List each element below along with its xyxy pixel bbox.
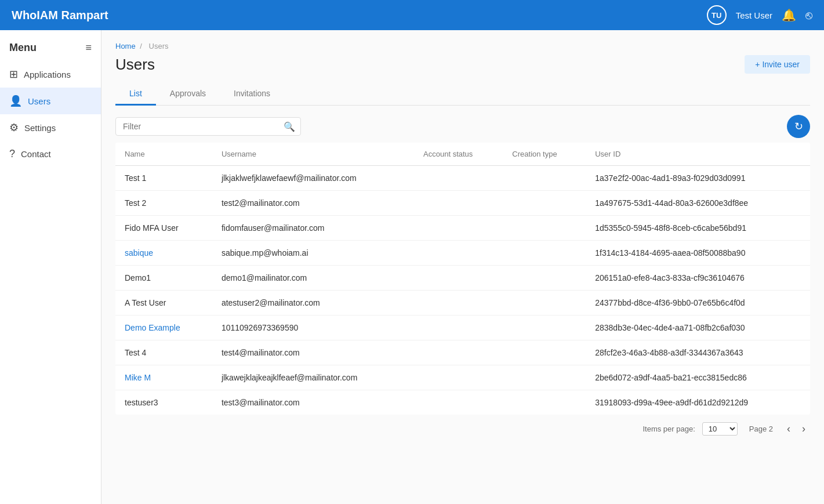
refresh-button[interactable]: ↻	[787, 115, 810, 138]
cell-account-status	[414, 390, 503, 415]
grid-icon: ⊞	[9, 68, 18, 81]
sidebar-item-users-label: Users	[28, 96, 50, 106]
user-name: Test 2	[125, 198, 146, 208]
table-row[interactable]: A Test User atestuser2@mailinator.com 24…	[115, 291, 810, 316]
cell-creation-type	[503, 216, 586, 241]
cell-name[interactable]: Test 1	[115, 166, 212, 191]
sidebar-item-settings-label: Settings	[24, 123, 56, 133]
sidebar-item-users[interactable]: 👤 Users	[0, 88, 101, 114]
cell-user-id: 31918093-d99a-49ee-a9df-d61d2d9212d9	[586, 390, 810, 415]
table-row[interactable]: sabique sabique.mp@whoiam.ai 1f314c13-41…	[115, 241, 810, 266]
table-row[interactable]: Test 1 jlkjaklwefjklawefaewf@mailinator.…	[115, 166, 810, 191]
menu-toggle-icon[interactable]: ≡	[85, 42, 92, 54]
cell-account-status	[414, 166, 503, 191]
items-per-page-select[interactable]: 10 25 50	[702, 422, 738, 436]
cell-account-status	[414, 291, 503, 316]
table-row[interactable]: Fido MFA User fidomfauser@mailinator.com…	[115, 216, 810, 241]
col-user-id: User ID	[586, 143, 810, 166]
items-per-page-label: Items per page:	[642, 425, 695, 433]
tab-invitations[interactable]: Invitations	[220, 83, 284, 106]
breadcrumb-current: Users	[149, 42, 169, 50]
cell-username: test4@mailinator.com	[212, 340, 414, 365]
user-name: A Test User	[125, 298, 166, 307]
breadcrumb-home[interactable]: Home	[115, 42, 136, 50]
search-icon: 🔍	[284, 121, 295, 132]
cell-name[interactable]: Mike M	[115, 365, 212, 390]
cell-username: test3@mailinator.com	[212, 390, 414, 415]
table-row[interactable]: Test 4 test4@mailinator.com 28fcf2e3-46a…	[115, 340, 810, 365]
cell-creation-type	[503, 365, 586, 390]
cell-creation-type	[503, 340, 586, 365]
logout-icon[interactable]: ⎋	[805, 9, 812, 22]
cell-username: 10110926973369590	[212, 316, 414, 340]
tab-list[interactable]: List	[115, 83, 156, 106]
cell-username: fidomfauser@mailinator.com	[212, 216, 414, 241]
cell-account-status	[414, 365, 503, 390]
cell-account-status	[414, 191, 503, 216]
layout: Menu ≡ ⊞ Applications 👤 Users ⚙ Settings…	[0, 30, 824, 504]
table-row[interactable]: Demo1 demo1@mailinator.com 206151a0-efe8…	[115, 266, 810, 291]
sidebar-item-applications[interactable]: ⊞ Applications	[0, 61, 101, 88]
user-name-link[interactable]: Mike M	[125, 373, 151, 382]
table-row[interactable]: testuser3 test3@mailinator.com 31918093-…	[115, 390, 810, 415]
filter-input-wrap: 🔍	[115, 117, 301, 136]
cell-creation-type	[503, 266, 586, 291]
contact-icon: ?	[9, 148, 15, 160]
cell-name[interactable]: Test 2	[115, 191, 212, 216]
table-row[interactable]: Demo Example 10110926973369590 2838db3e-…	[115, 316, 810, 340]
sidebar-item-contact[interactable]: ? Contact	[0, 141, 101, 167]
tab-approvals[interactable]: Approvals	[156, 83, 220, 106]
cell-name[interactable]: Demo1	[115, 266, 212, 291]
cell-user-id: 1f314c13-4184-4695-aaea-08f50088ba90	[586, 241, 810, 266]
page-title: Users	[115, 56, 155, 74]
cell-username: demo1@mailinator.com	[212, 266, 414, 291]
cell-account-status	[414, 216, 503, 241]
users-icon: 👤	[9, 95, 22, 107]
topnav-right: TU Test User 🔔 ⎋	[707, 5, 812, 25]
cell-user-id: 1a497675-53d1-44ad-80a3-62600e3df8ee	[586, 191, 810, 216]
user-name-link[interactable]: sabique	[125, 248, 153, 258]
cell-name[interactable]: A Test User	[115, 291, 212, 316]
cell-name[interactable]: sabique	[115, 241, 212, 266]
cell-account-status	[414, 241, 503, 266]
cell-creation-type	[503, 191, 586, 216]
settings-icon: ⚙	[9, 121, 19, 134]
cell-user-id: 2838db3e-04ec-4de4-aa71-08fb2c6af030	[586, 316, 810, 340]
filter-input[interactable]	[115, 117, 301, 136]
cell-name[interactable]: Test 4	[115, 340, 212, 365]
top-nav: WhoIAM Rampart TU Test User 🔔 ⎋	[0, 0, 824, 30]
cell-user-id: 1d5355c0-5945-48f8-8ceb-c6cabe56bd91	[586, 216, 810, 241]
cell-username: jlkjaklwefjklawefaewf@mailinator.com	[212, 166, 414, 191]
cell-user-id: 2be6d072-a9df-4aa5-ba21-ecc3815edc86	[586, 365, 810, 390]
menu-header: Menu ≡	[0, 37, 101, 61]
avatar: TU	[707, 5, 727, 25]
cell-name[interactable]: testuser3	[115, 390, 212, 415]
breadcrumb: Home / Users	[115, 42, 810, 50]
cell-username: test2@mailinator.com	[212, 191, 414, 216]
next-page-button[interactable]: ›	[800, 422, 808, 436]
prev-page-button[interactable]: ‹	[785, 422, 793, 436]
topnav-username: Test User	[736, 10, 772, 20]
user-name: Demo1	[125, 273, 151, 282]
cell-user-id: 1a37e2f2-00ac-4ad1-89a3-f029d03d0991	[586, 166, 810, 191]
cell-name[interactable]: Demo Example	[115, 316, 212, 340]
sidebar: Menu ≡ ⊞ Applications 👤 Users ⚙ Settings…	[0, 30, 101, 504]
col-name: Name	[115, 143, 212, 166]
table-row[interactable]: Test 2 test2@mailinator.com 1a497675-53d…	[115, 191, 810, 216]
col-username: Username	[212, 143, 414, 166]
user-name: testuser3	[125, 398, 158, 407]
user-name: Test 4	[125, 348, 146, 357]
table-row[interactable]: Mike M jlkawejklajkeajklfeaef@mailinator…	[115, 365, 810, 390]
cell-account-status	[414, 316, 503, 340]
invite-user-button[interactable]: + Invite user	[745, 55, 810, 74]
sidebar-item-settings[interactable]: ⚙ Settings	[0, 114, 101, 141]
pagination: Items per page: 10 25 50 Page 2 ‹ ›	[115, 415, 810, 438]
user-name-link[interactable]: Demo Example	[125, 323, 180, 332]
cell-name[interactable]: Fido MFA User	[115, 216, 212, 241]
filter-row: 🔍 ↻	[115, 115, 810, 138]
user-name: Test 1	[125, 173, 146, 183]
cell-username: atestuser2@mailinator.com	[212, 291, 414, 316]
bell-icon[interactable]: 🔔	[782, 8, 796, 22]
breadcrumb-separator: /	[140, 42, 144, 50]
table-header-row: Name Username Account status Creation ty…	[115, 143, 810, 166]
